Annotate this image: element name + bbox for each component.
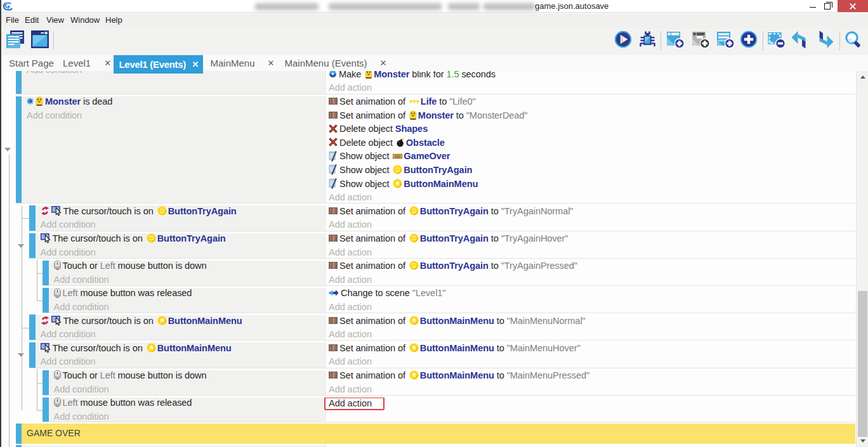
add-event-button[interactable] (666, 30, 685, 49)
actions-column: Set animation of ButtonTryAgain to "TryA… (326, 232, 855, 259)
collapse-triangle-icon[interactable] (18, 353, 24, 357)
event-indent-bar[interactable] (29, 232, 36, 259)
menu-help[interactable]: Help (105, 15, 122, 25)
play-button[interactable] (614, 30, 632, 48)
event-indent-bar[interactable] (29, 205, 36, 232)
close-tab-icon[interactable]: ✕ (380, 58, 387, 68)
event-indent-bar[interactable] (29, 314, 36, 342)
btn-refresh-icon (157, 206, 167, 216)
add-condition-button[interactable]: Add condition (27, 71, 82, 77)
event-indent-bar[interactable] (29, 342, 36, 369)
event-indent-bar[interactable] (16, 71, 22, 95)
action-row[interactable]: Set animation of ButtonTryAgain to "TryA… (329, 205, 855, 219)
condition-row[interactable]: The cursor/touch is on ButtonMainMenu (41, 342, 325, 356)
conditions-column: Touch or Left mouse button is downAdd co… (49, 259, 325, 287)
debug-button[interactable] (638, 30, 657, 49)
add-comment-button[interactable] (716, 30, 735, 49)
event-block: The cursor/touch is on ButtonTryAgainAdd… (1, 205, 855, 232)
event-indent-bar[interactable] (16, 424, 22, 444)
vertical-scrollbar[interactable] (856, 71, 868, 447)
condition-row[interactable]: Monster is dead (27, 95, 324, 109)
add-action-button[interactable]: Add action (329, 396, 855, 410)
action-row[interactable]: Delete object Shapes (329, 122, 855, 136)
tab-level1[interactable]: Level1✕ (63, 55, 111, 71)
action-row[interactable]: Change to scene "Level1" (329, 287, 855, 301)
close-tab-icon[interactable]: ✕ (268, 58, 275, 68)
event-indent-bar[interactable] (43, 369, 49, 396)
show-icon (329, 151, 338, 162)
event-indent-bar[interactable] (16, 95, 22, 205)
scrollbar-thumb[interactable] (858, 291, 867, 437)
condition-row[interactable]: Left mouse button was released (54, 396, 325, 410)
collapse-triangle-icon[interactable] (18, 244, 24, 248)
action-row[interactable]: Set animation of ButtonMainMenu to "Main… (329, 342, 855, 356)
action-row[interactable]: Show object ButtonTryAgain (329, 164, 855, 178)
close-tab-icon[interactable]: ✕ (104, 58, 111, 68)
menu-file[interactable]: File (6, 15, 19, 25)
action-row[interactable]: Make Monster blink for 1.5 seconds (329, 71, 496, 81)
tab-start-page[interactable]: Start Page (9, 55, 54, 71)
event-indent-bar[interactable] (43, 287, 49, 314)
action-row[interactable]: Set animation of Monster to "MonsterDead… (329, 109, 855, 123)
mouse-icon (54, 398, 61, 407)
action-row[interactable]: Set animation of ButtonTryAgain to "TryA… (329, 232, 855, 246)
condition-row[interactable]: The cursor/touch is on ButtonTryAgain (41, 232, 325, 246)
action-row[interactable]: Delete object Obstacle (329, 136, 855, 150)
anim-icon (329, 98, 338, 105)
instruction-text: Show object (339, 165, 391, 175)
parameter-value: "MainMenuHover" (507, 343, 581, 353)
action-row[interactable]: Set animation of ButtonMainMenu to "Main… (329, 369, 855, 383)
minimize-button[interactable] (801, 0, 820, 12)
condition-row[interactable]: The cursor/touch is on ButtonMainMenu (41, 314, 325, 328)
project-manager-icon[interactable] (6, 30, 25, 49)
redo-button[interactable] (815, 30, 834, 49)
instruction-text: to (454, 110, 466, 120)
action-row[interactable]: Set animation of ButtonMainMenu to "Main… (329, 314, 855, 328)
condition-row[interactable]: The cursor/touch is on ButtonTryAgain (41, 205, 325, 219)
add-subevent-button[interactable] (692, 30, 710, 49)
instruction-text: Show object (339, 179, 391, 189)
action-row[interactable]: Show object GameOver (329, 150, 855, 164)
tree-connector (37, 301, 43, 301)
action-row[interactable]: Set animation of Life to "Life0" (329, 95, 855, 109)
event-indent-bar[interactable] (43, 259, 49, 287)
actions-column: Set animation of ButtonMainMenu to "Main… (326, 314, 855, 342)
monster-icon (409, 110, 417, 120)
tab-mainmenu-events[interactable]: MainMenu (Events)✕ (285, 55, 387, 71)
placeholder-label: Add condition (41, 356, 96, 366)
scroll-down-icon[interactable] (860, 439, 865, 443)
condition-row[interactable]: Touch or Left mouse button is down (54, 259, 325, 273)
event-indent-bar[interactable] (43, 396, 49, 424)
placeholder-label: Add condition (27, 71, 82, 75)
menu-view[interactable]: View (46, 15, 64, 25)
conditions-column: The cursor/touch is on ButtonTryAgainAdd… (36, 232, 325, 259)
action-row[interactable]: Set animation of ButtonTryAgain to "TryA… (329, 259, 855, 273)
placeholder-label: Add action (329, 275, 372, 285)
actions-column: Change to scene "Level1"Add action (326, 287, 855, 314)
close-button[interactable] (838, 0, 868, 12)
add-condition-button[interactable]: Add condition (27, 109, 324, 123)
condition-row[interactable]: Touch or Left mouse button is down (54, 369, 325, 383)
menu-edit[interactable]: Edit (25, 15, 39, 25)
action-row[interactable]: Show object ButtonMainMenu (329, 178, 855, 191)
monster-icon (36, 96, 43, 106)
event-block: Touch or Left mouse button is downAdd co… (1, 259, 855, 287)
comment-text[interactable]: GAME OVER (22, 424, 855, 444)
toolbar-separator (763, 31, 763, 51)
add-circle-button[interactable] (740, 30, 758, 48)
close-tab-icon[interactable]: ✕ (192, 60, 199, 69)
condition-row[interactable]: Left mouse button was released (54, 287, 325, 301)
menu-window[interactable]: Window (70, 15, 100, 25)
tab-level1-events[interactable]: Level1 (Events)✕ (114, 55, 203, 74)
scroll-up-icon[interactable] (860, 75, 865, 79)
search-button[interactable] (844, 30, 862, 48)
undo-button[interactable] (791, 30, 810, 49)
start-page-icon[interactable] (30, 30, 49, 49)
maximize-button[interactable] (821, 0, 838, 12)
tab-mainmenu[interactable]: MainMenu✕ (211, 55, 275, 71)
instruction-text: to (494, 370, 507, 380)
life-icon (409, 99, 419, 104)
placeholder-label: Add action (329, 302, 372, 312)
collapse-triangle-icon[interactable] (4, 148, 11, 152)
delete-event-button[interactable] (767, 30, 786, 49)
